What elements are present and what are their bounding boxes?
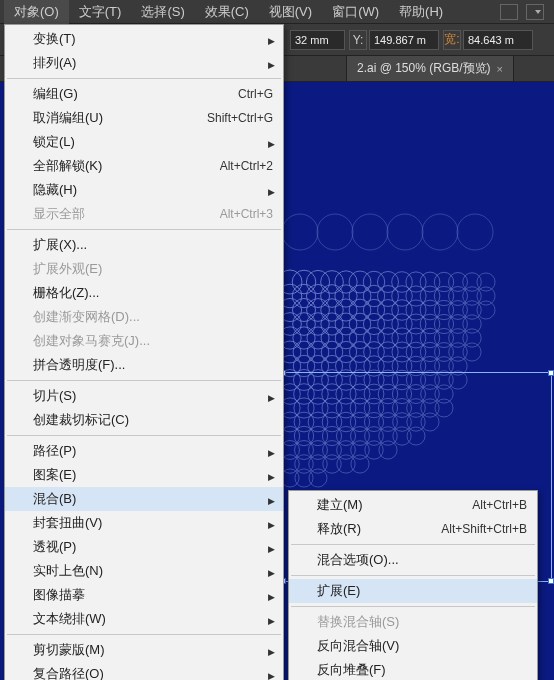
svg-point-34: [463, 287, 482, 306]
menu-item-label: 扩展外观(E): [33, 260, 102, 278]
menu-item[interactable]: 实时上色(N): [5, 559, 283, 583]
menu-item[interactable]: 混合(B): [5, 487, 283, 511]
menu-item[interactable]: 透视(P): [5, 535, 283, 559]
menu-item[interactable]: 文本绕排(W): [5, 607, 283, 631]
menu-item[interactable]: 编组(G)Ctrl+G: [5, 82, 283, 106]
menu-item-label: 隐藏(H): [33, 181, 77, 199]
svg-point-68: [321, 327, 343, 349]
menu-item[interactable]: 混合选项(O)...: [289, 548, 537, 572]
menu-item[interactable]: 复合路径(O): [5, 662, 283, 680]
svg-point-82: [321, 341, 343, 363]
svg-point-64: [463, 315, 481, 333]
svg-point-70: [349, 327, 370, 348]
menu-item[interactable]: 扩展(E): [289, 579, 537, 603]
menu-item-label: 创建裁切标记(C): [33, 411, 129, 429]
menu-item-label: 混合(B): [33, 490, 76, 508]
svg-point-78: [463, 329, 481, 347]
menu-item-label: 编组(G): [33, 85, 78, 103]
menu-item-label: 剪切蒙版(M): [33, 641, 105, 659]
menu-item-label: 释放(R): [317, 520, 361, 538]
svg-point-10: [335, 271, 357, 293]
resize-handle[interactable]: [548, 370, 554, 376]
menu-item[interactable]: 创建裁切标记(C): [5, 408, 283, 432]
resize-handle[interactable]: [548, 578, 554, 584]
menu-object[interactable]: 对象(O): [4, 0, 69, 24]
menu-separator: [7, 380, 281, 381]
width-field[interactable]: [463, 30, 533, 50]
svg-point-77: [449, 329, 468, 348]
menu-item-label: 显示全部: [33, 205, 85, 223]
svg-point-67: [307, 327, 329, 349]
menu-item[interactable]: 建立(M)Alt+Ctrl+B: [289, 493, 537, 517]
menu-item[interactable]: 变换(T): [5, 27, 283, 51]
document-tab[interactable]: 2.ai @ 150% (RGB/预览) ×: [346, 55, 514, 81]
menu-item[interactable]: 全部解锁(K)Alt+Ctrl+2: [5, 154, 283, 178]
close-icon[interactable]: ×: [497, 63, 503, 75]
menu-view[interactable]: 视图(V): [259, 0, 322, 24]
svg-point-22: [292, 284, 315, 307]
menu-separator: [7, 229, 281, 230]
menu-item[interactable]: 扩展(X)...: [5, 233, 283, 257]
menu-type[interactable]: 文字(T): [69, 0, 132, 24]
svg-point-92: [463, 343, 481, 361]
menu-item-label: 变换(T): [33, 30, 76, 48]
menubar: 对象(O) 文字(T) 选择(S) 效果(C) 视图(V) 窗口(W) 帮助(H…: [0, 0, 554, 24]
menu-shortcut: Shift+Ctrl+G: [187, 109, 273, 127]
menu-separator: [7, 634, 281, 635]
svg-point-19: [463, 273, 482, 292]
svg-point-12: [363, 271, 384, 292]
menu-help[interactable]: 帮助(H): [389, 0, 453, 24]
menu-item[interactable]: 隐藏(H): [5, 178, 283, 202]
menu-item-label: 图像描摹: [33, 586, 85, 604]
svg-point-1: [317, 214, 353, 250]
workspace-icon[interactable]: [500, 4, 518, 20]
svg-point-55: [335, 313, 357, 335]
menu-shortcut: Ctrl+G: [218, 85, 273, 103]
menu-item[interactable]: 切片(S): [5, 384, 283, 408]
x-field[interactable]: [290, 30, 345, 50]
svg-point-91: [449, 343, 468, 362]
svg-point-7: [292, 270, 316, 294]
menu-item[interactable]: 反向混合轴(V): [289, 634, 537, 658]
menu-item[interactable]: 反向堆叠(F): [289, 658, 537, 680]
svg-point-20: [477, 273, 495, 291]
menu-item[interactable]: 剪切蒙版(M): [5, 638, 283, 662]
svg-point-5: [457, 214, 493, 250]
svg-point-54: [321, 313, 343, 335]
menu-item[interactable]: 锁定(L): [5, 130, 283, 154]
menu-item[interactable]: 栅格化(Z)...: [5, 281, 283, 305]
menu-item-label: 切片(S): [33, 387, 76, 405]
svg-point-42: [363, 299, 384, 320]
svg-point-66: [293, 327, 315, 349]
menu-effect[interactable]: 效果(C): [195, 0, 259, 24]
menu-item[interactable]: 排列(A): [5, 51, 283, 75]
menu-item: 创建对象马赛克(J)...: [5, 329, 283, 353]
menu-item[interactable]: 图案(E): [5, 463, 283, 487]
svg-point-52: [293, 313, 316, 336]
menu-shortcut: Alt+Shift+Ctrl+B: [421, 520, 527, 538]
menu-separator: [291, 544, 535, 545]
svg-point-25: [335, 285, 357, 307]
menu-item[interactable]: 取消编组(U)Shift+Ctrl+G: [5, 106, 283, 130]
blend-submenu: 建立(M)Alt+Ctrl+B释放(R)Alt+Shift+Ctrl+B混合选项…: [288, 490, 538, 680]
menu-shortcut: Alt+Ctrl+3: [200, 205, 273, 223]
y-field[interactable]: [369, 30, 439, 50]
menu-item[interactable]: 释放(R)Alt+Shift+Ctrl+B: [289, 517, 537, 541]
menu-item-label: 排列(A): [33, 54, 76, 72]
menu-item[interactable]: 图像描摹: [5, 583, 283, 607]
menu-window[interactable]: 窗口(W): [322, 0, 389, 24]
svg-point-37: [292, 298, 315, 321]
svg-point-48: [449, 301, 468, 320]
menu-select[interactable]: 选择(S): [131, 0, 194, 24]
svg-point-27: [363, 285, 384, 306]
menu-item[interactable]: 封套扭曲(V): [5, 511, 283, 535]
layout-dropdown-icon[interactable]: [526, 4, 544, 20]
menu-item-label: 替换混合轴(S): [317, 613, 399, 631]
y-label: Y:: [349, 30, 367, 50]
menu-item-label: 拼合透明度(F)...: [33, 356, 125, 374]
menu-shortcut: Alt+Ctrl+2: [200, 157, 273, 175]
menu-item[interactable]: 路径(P): [5, 439, 283, 463]
svg-point-0: [282, 214, 318, 250]
menu-item: 创建渐变网格(D)...: [5, 305, 283, 329]
menu-item[interactable]: 拼合透明度(F)...: [5, 353, 283, 377]
